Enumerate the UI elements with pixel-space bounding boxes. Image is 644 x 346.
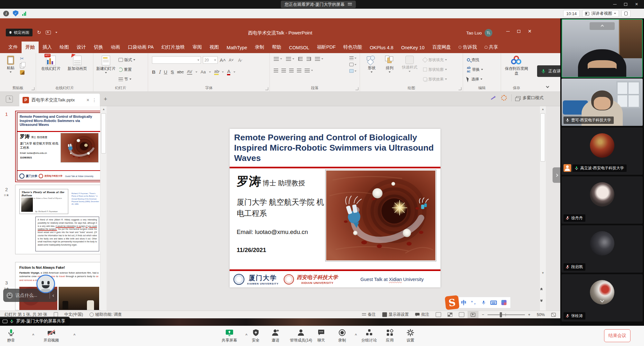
align-center-icon[interactable] <box>281 69 286 72</box>
document-tab-close-icon[interactable]: ✕ <box>86 98 90 102</box>
section-button[interactable]: 节 <box>118 76 135 83</box>
sidebar-collapse-button[interactable] <box>590 22 615 30</box>
ime-keyboard-icon[interactable] <box>490 301 497 305</box>
find-button[interactable]: 查找 <box>467 56 483 63</box>
fullscreen-button[interactable] <box>621 10 630 17</box>
increase-indent-icon[interactable] <box>307 57 311 61</box>
chat-button[interactable]: 聊天 <box>317 329 325 343</box>
tab-okplus[interactable]: OKPlus 4.8 <box>366 42 397 53</box>
ime-toolbox-icon[interactable] <box>501 300 507 305</box>
arrange-button[interactable]: 排列 <box>381 56 398 73</box>
zoom-slider[interactable] <box>488 314 525 315</box>
view-normal-button[interactable] <box>432 312 444 317</box>
ppt-close-button[interactable]: ✕ <box>524 27 535 35</box>
decrease-indent-icon[interactable] <box>298 57 303 61</box>
tab-special-features[interactable]: 特色功能 <box>339 42 366 53</box>
tab-comsol[interactable]: COMSOL <box>285 42 313 53</box>
text-shadow-button[interactable]: S <box>171 69 174 75</box>
accessibility-status[interactable]: 辅助功能: 调查 <box>86 312 125 317</box>
video-tile-caoke[interactable]: 曹可-西安电子科技大学 <box>562 79 643 126</box>
strikethrough-button[interactable]: abc <box>177 70 184 74</box>
shape-effects-button[interactable]: 形状效果 <box>423 76 447 83</box>
paragraph-dialog-launcher[interactable] <box>355 87 358 90</box>
breakout-button[interactable]: 分组讨论 <box>361 329 377 343</box>
zoom-slider-thumb[interactable] <box>500 312 502 317</box>
end-meeting-button[interactable]: 结束会议 <box>604 329 630 342</box>
share-screen-button[interactable]: 共享屏幕 <box>222 329 237 343</box>
drawing-dialog-launcher[interactable] <box>459 87 461 90</box>
layout-button[interactable]: 版式 <box>118 56 135 63</box>
account-name[interactable]: Tao Luo <box>466 31 482 35</box>
tab-insert[interactable]: 插入 <box>39 42 56 53</box>
video-tile-zhangguitao[interactable]: 张桂涛 <box>562 274 643 322</box>
shape-outline-button[interactable]: 形状轮廓 <box>423 66 447 73</box>
font-dialog-launcher[interactable] <box>265 87 268 90</box>
format-painter-icon[interactable] <box>20 70 24 75</box>
tab-transitions[interactable]: 切换 <box>90 42 107 53</box>
emoji-icon[interactable] <box>6 292 13 299</box>
collapse-ribbon-icon[interactable] <box>546 85 549 88</box>
next-slide-button[interactable] <box>541 299 542 302</box>
multi-window-mode-button[interactable]: 多窗口模式 <box>516 95 544 101</box>
previous-slide-button[interactable] <box>541 288 542 291</box>
notes-button[interactable]: 备注 <box>359 312 379 317</box>
shape-fill-button[interactable]: 形状填充 <box>423 56 447 63</box>
italic-button[interactable]: I <box>159 69 161 75</box>
thumbnail-scrollbar-thumb[interactable] <box>101 113 106 154</box>
tab-draw[interactable]: 绘图 <box>56 42 73 53</box>
align-left-icon[interactable] <box>274 69 278 72</box>
zoom-percent[interactable]: 50% <box>534 313 548 317</box>
ppt-restore-button[interactable] <box>513 27 524 35</box>
share-options-chevron[interactable]: ^ <box>245 333 247 337</box>
sogou-logo[interactable]: S <box>445 295 459 310</box>
notes-indicator-icon[interactable] <box>51 312 61 317</box>
underline-button[interactable]: U <box>164 69 167 75</box>
cut-icon[interactable]: ✂ <box>20 56 24 61</box>
thumbnail-scrollbar[interactable]: ▲ <box>100 106 107 311</box>
highlight-button[interactable]: ab̷ <box>214 69 219 75</box>
chat-collapse-icon[interactable]: ‹ <box>52 293 54 298</box>
font-color-button[interactable]: A <box>227 69 230 75</box>
tab-pocket-animation[interactable]: 口袋动画 PA <box>124 42 157 53</box>
online-slides-button[interactable]: HOT 在线幻灯片 <box>39 56 62 71</box>
tab-help[interactable]: 帮助 <box>268 42 285 53</box>
fit-to-window-button[interactable] <box>548 313 560 317</box>
video-tile-gaolibo[interactable]: 高立波-西安电子科技大学 <box>562 127 643 175</box>
video-tile-xudandan[interactable]: 徐丹丹 <box>562 176 643 224</box>
video-tile-duanqikai[interactable]: 段启凯 <box>562 225 643 273</box>
ime-voice-icon[interactable] <box>481 300 486 305</box>
tab-mathtype[interactable]: MathType <box>223 42 251 53</box>
tab-tell-me[interactable]: 告诉我 <box>455 42 481 53</box>
security-shield-icon[interactable]: ✓ <box>13 10 18 16</box>
account-avatar[interactable]: TL <box>485 29 492 37</box>
view-mode-selector[interactable]: 演讲者视图 <box>582 10 619 17</box>
settings-button[interactable]: 设置 <box>406 329 414 343</box>
character-spacing-button[interactable]: AV <box>187 69 192 75</box>
tab-foxit-pdf[interactable]: 福昕PDF <box>313 42 339 53</box>
slideshow-view-button[interactable] <box>468 311 478 318</box>
quick-styles-button[interactable]: 快速样式 <box>399 56 420 72</box>
grow-font-icon[interactable]: A˄ <box>220 57 226 63</box>
align-text-button[interactable] <box>349 63 356 66</box>
tab-baidu-netdisk[interactable]: 百度网盘 <box>428 42 455 53</box>
video-tile-speaker[interactable] <box>562 19 643 78</box>
mic-options-chevron[interactable]: ^ <box>32 333 34 337</box>
banner-menu-icon[interactable] <box>348 3 352 6</box>
minimize-button[interactable] <box>609 0 620 8</box>
paste-button[interactable]: 粘贴 <box>3 56 18 73</box>
sidebar-collapse-handle[interactable] <box>553 167 560 183</box>
video-options-chevron[interactable]: ^ <box>73 333 75 337</box>
shapes-button[interactable]: 形状 <box>363 56 380 73</box>
tab-home[interactable]: 开始 <box>22 42 39 53</box>
new-document-tab-button[interactable]: + <box>104 96 107 103</box>
canvas-scrollbar-thumb[interactable] <box>540 113 545 162</box>
numbering-icon[interactable] <box>286 57 291 61</box>
record-button[interactable]: 录制 <box>338 329 346 343</box>
tab-design[interactable]: 设计 <box>73 42 90 53</box>
select-button[interactable]: 选择 <box>467 76 483 83</box>
document-tab[interactable]: P 西电学术交流Talk.pptx ✕ ⋮ <box>19 94 100 106</box>
display-settings-button[interactable]: 显示器设置 <box>379 312 412 317</box>
bold-button[interactable]: B <box>152 69 156 75</box>
close-button[interactable]: ✕ <box>631 0 642 8</box>
ime-punctuation-mode[interactable]: °， <box>471 300 477 305</box>
